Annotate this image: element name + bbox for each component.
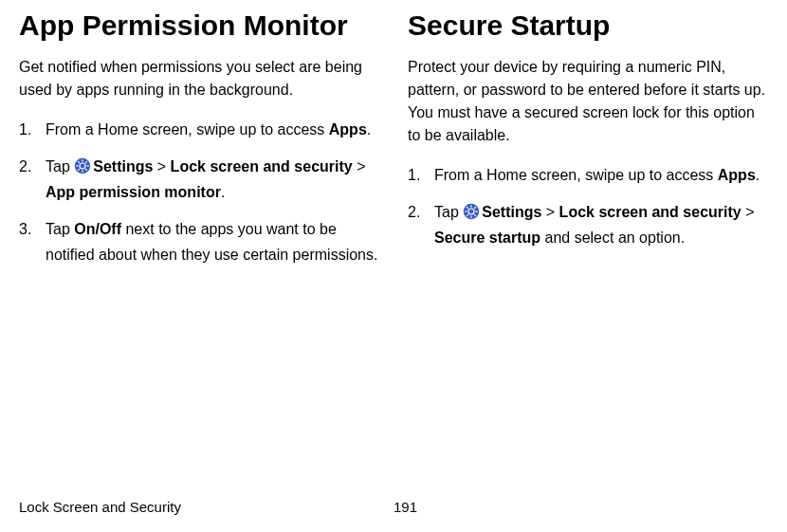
intro-left: Get notified when permissions you select… bbox=[19, 56, 379, 101]
footer-page-number: 191 bbox=[394, 499, 768, 515]
step-3-left: Tap On/Off next to the apps you want to … bbox=[19, 216, 379, 267]
step-text: From a Home screen, swipe up to access bbox=[434, 167, 718, 183]
settings-icon bbox=[463, 203, 480, 220]
step-text: . bbox=[221, 184, 225, 200]
step-text: and select an option. bbox=[540, 229, 685, 246]
intro-right: Protect your device by requiring a numer… bbox=[408, 56, 768, 147]
step-text: From a Home screen, swipe up to access bbox=[46, 121, 329, 138]
step-text: Tap bbox=[434, 204, 463, 220]
left-column: App Permission Monitor Get notified when… bbox=[19, 9, 379, 279]
lock-screen-label: Lock screen and security bbox=[171, 158, 353, 174]
footer: Lock Screen and Security 191 bbox=[19, 499, 768, 515]
step-text: Tap bbox=[46, 158, 74, 174]
lock-screen-label: Lock screen and security bbox=[559, 204, 741, 220]
step-2-right: Tap Settings > Lock screen and security … bbox=[408, 199, 768, 250]
app-permission-monitor-label: App permission monitor bbox=[46, 184, 221, 200]
steps-right: From a Home screen, swipe up to access A… bbox=[408, 162, 768, 251]
sep: > bbox=[741, 204, 755, 220]
secure-startup-label: Secure startup bbox=[434, 229, 540, 246]
apps-label: Apps bbox=[718, 167, 756, 183]
apps-label: Apps bbox=[329, 121, 367, 138]
settings-icon bbox=[74, 157, 91, 174]
step-1-right: From a Home screen, swipe up to access A… bbox=[408, 162, 768, 188]
heading-secure-startup: Secure Startup bbox=[408, 9, 768, 43]
heading-app-permission-monitor: App Permission Monitor bbox=[19, 9, 379, 43]
footer-section-name: Lock Screen and Security bbox=[19, 499, 394, 515]
step-1-left: From a Home screen, swipe up to access A… bbox=[19, 117, 379, 142]
sep: > bbox=[153, 158, 170, 174]
step-2-left: Tap Settings > Lock screen and security … bbox=[19, 154, 379, 205]
sep: > bbox=[353, 158, 366, 174]
on-off-label: On/Off bbox=[74, 221, 121, 237]
steps-left: From a Home screen, swipe up to access A… bbox=[19, 117, 379, 268]
step-text: . bbox=[756, 167, 760, 183]
right-column: Secure Startup Protect your device by re… bbox=[408, 9, 768, 279]
sep: > bbox=[541, 204, 558, 220]
step-text: Tap bbox=[46, 221, 74, 237]
step-text: . bbox=[367, 121, 371, 138]
settings-label: Settings bbox=[482, 204, 541, 220]
settings-label: Settings bbox=[93, 158, 153, 174]
